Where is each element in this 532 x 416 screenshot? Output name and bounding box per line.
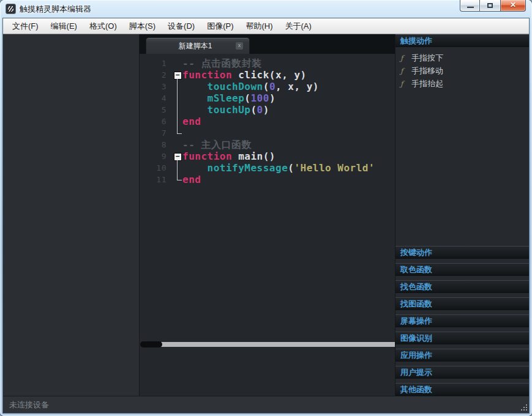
minimize-icon bbox=[467, 6, 474, 8]
token-plain: ) bbox=[269, 92, 275, 104]
fold-guide bbox=[173, 116, 182, 127]
token-plain bbox=[182, 104, 208, 116]
line-number: 10 bbox=[140, 162, 173, 174]
token-keyword: end bbox=[182, 116, 201, 127]
sidebar-section-header[interactable]: 按键动作 bbox=[395, 246, 529, 259]
token-func: mSleep bbox=[208, 92, 245, 104]
fold-guide bbox=[173, 92, 182, 104]
close-button[interactable]: ✕ bbox=[500, 0, 526, 12]
line-number: 5 bbox=[140, 104, 173, 116]
app-window: 触摸精灵脚本编辑器 ✕ 文件(F)编辑(E)格式(O)脚本(S)设备(D)图像(… bbox=[0, 0, 532, 416]
fx-icon: ƒ bbox=[400, 54, 411, 62]
line-number: 6 bbox=[140, 116, 173, 127]
sidebar-item-label: 手指移动 bbox=[411, 65, 443, 76]
maximize-icon bbox=[487, 3, 493, 8]
menu-bar: 文件(F)编辑(E)格式(O)脚本(S)设备(D)图像(P)帮助(H)关于(A) bbox=[3, 18, 529, 34]
tab-bar: 新建脚本1 x bbox=[140, 34, 395, 54]
menu-item[interactable]: 脚本(S) bbox=[125, 18, 160, 34]
menu-item[interactable]: 文件(F) bbox=[8, 18, 43, 34]
code-line[interactable]: 9function main() bbox=[140, 150, 395, 162]
code-line[interactable]: 7 bbox=[140, 127, 395, 139]
sidebar-section-header[interactable]: 用户提示 bbox=[395, 366, 529, 379]
code-text: touchUp(0) bbox=[182, 104, 395, 116]
editor-filler bbox=[140, 348, 395, 396]
editor-pane: 新建脚本1 x 1-- 点击函数封装2function click(x, y)3… bbox=[140, 34, 395, 396]
code-editor[interactable]: 1-- 点击函数封装2function click(x, y)3 touchDo… bbox=[140, 54, 395, 340]
tab-label: 新建脚本1 bbox=[146, 41, 236, 51]
sidebar-function-item[interactable]: ƒ手指抬起 bbox=[395, 77, 529, 90]
tab-script[interactable]: 新建脚本1 x bbox=[146, 37, 250, 54]
line-number: 2 bbox=[140, 69, 173, 81]
sidebar-function-item[interactable]: ƒ手指按下 bbox=[395, 51, 529, 64]
menu-item[interactable]: 帮助(H) bbox=[241, 18, 277, 34]
scrollbar-track[interactable] bbox=[158, 342, 395, 347]
code-line[interactable]: 1-- 点击函数封装 bbox=[140, 58, 395, 69]
token-string: 'Hello World' bbox=[294, 162, 375, 174]
fold-collapse-icon[interactable] bbox=[173, 69, 182, 81]
token-plain: ( bbox=[244, 92, 250, 104]
menu-item[interactable]: 编辑(E) bbox=[47, 18, 81, 34]
token-number: 100 bbox=[250, 92, 269, 104]
sidebar-section-header[interactable]: 图像识别 bbox=[395, 332, 529, 344]
code-line[interactable]: 8-- 主入口函数 bbox=[140, 139, 395, 150]
token-keyword: function bbox=[182, 150, 232, 162]
code-line[interactable]: 4 mSleep(100) bbox=[140, 92, 395, 104]
token-plain: ( bbox=[288, 162, 294, 174]
sidebar-function-item[interactable]: ƒ手指移动 bbox=[395, 64, 529, 77]
titlebar[interactable]: 触摸精灵脚本编辑器 ✕ bbox=[0, 0, 532, 18]
token-func: touchDown bbox=[208, 81, 263, 92]
code-text: notifyMessage('Hello World' bbox=[182, 162, 395, 174]
menu-item[interactable]: 设备(D) bbox=[163, 18, 199, 34]
sidebar-section-header[interactable]: 应用操作 bbox=[395, 349, 529, 362]
token-keyword: function bbox=[182, 69, 232, 81]
token-func: touchUp bbox=[208, 104, 251, 116]
fold-guide bbox=[173, 127, 182, 139]
menu-item[interactable]: 关于(A) bbox=[281, 18, 316, 34]
left-panel bbox=[3, 34, 140, 396]
sidebar-section-header[interactable]: 触摸动作 bbox=[395, 34, 529, 47]
horizontal-scrollbar[interactable] bbox=[140, 340, 395, 348]
menu-item[interactable]: 格式(O) bbox=[85, 18, 121, 34]
fold-guide bbox=[173, 174, 182, 185]
fold-collapse-icon[interactable] bbox=[173, 150, 182, 162]
status-bar: 未连接设备 bbox=[3, 396, 529, 413]
code-line[interactable]: 6end bbox=[140, 116, 395, 127]
maximize-button[interactable] bbox=[480, 0, 500, 12]
code-line[interactable]: 3 touchDown(0, x, y) bbox=[140, 81, 395, 92]
fold-guide bbox=[173, 81, 182, 92]
tab-close-icon[interactable]: x bbox=[236, 42, 243, 50]
sidebar-section-header[interactable]: 屏幕操作 bbox=[395, 314, 529, 327]
code-line[interactable]: 11end bbox=[140, 174, 395, 185]
code-line[interactable]: 5 touchUp(0) bbox=[140, 104, 395, 116]
token-comment: -- 点击函数封装 bbox=[182, 58, 261, 69]
fold-guide bbox=[173, 58, 182, 69]
code-text: -- 主入口函数 bbox=[182, 139, 395, 150]
line-number: 4 bbox=[140, 92, 173, 104]
scrollbar-thumb[interactable] bbox=[140, 341, 162, 347]
app-icon bbox=[6, 4, 16, 14]
token-number: 0 bbox=[269, 81, 275, 92]
code-line[interactable]: 2function click(x, y) bbox=[140, 69, 395, 81]
sidebar-section-header[interactable]: 找色函数 bbox=[395, 280, 529, 293]
sidebar-section-header[interactable]: 找图函数 bbox=[395, 297, 529, 310]
code-text: function main() bbox=[182, 150, 395, 162]
token-func: notifyMessage bbox=[208, 162, 288, 174]
sidebar-section-header[interactable]: 取色函数 bbox=[395, 263, 529, 276]
token-keyword: end bbox=[182, 174, 201, 185]
line-number: 7 bbox=[140, 127, 173, 139]
token-plain: ( bbox=[263, 81, 269, 92]
line-number: 8 bbox=[140, 139, 173, 150]
minimize-button[interactable] bbox=[460, 0, 480, 12]
token-plain bbox=[182, 81, 208, 92]
resize-grip-icon[interactable] bbox=[520, 404, 527, 411]
fold-guide bbox=[173, 139, 182, 150]
client-area: 文件(F)编辑(E)格式(O)脚本(S)设备(D)图像(P)帮助(H)关于(A)… bbox=[2, 18, 530, 414]
code-text: function click(x, y) bbox=[182, 69, 395, 81]
menu-item[interactable]: 图像(P) bbox=[203, 18, 238, 34]
code-text: end bbox=[182, 174, 395, 185]
connection-status: 未连接设备 bbox=[9, 399, 49, 410]
token-number: 0 bbox=[257, 104, 263, 116]
sidebar-section-header[interactable]: 其他函数 bbox=[395, 383, 529, 396]
code-line[interactable]: 10 notifyMessage('Hello World' bbox=[140, 162, 395, 174]
fold-guide bbox=[173, 104, 182, 116]
